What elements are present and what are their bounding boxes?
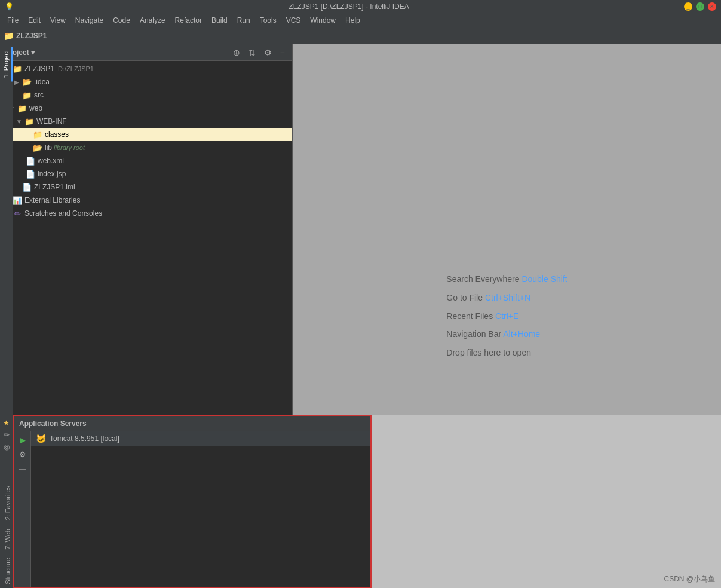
close-button[interactable]: ✕ <box>708 2 716 11</box>
hint-drop: Drop files here to open <box>446 344 567 362</box>
tree-iml-label: ZLZJSP1.iml <box>34 183 75 191</box>
scratches-icon: ✏ <box>12 209 23 218</box>
tree-root[interactable]: ▼ 📁 ZLZJSP1 D:\ZLZJSP1 <box>0 62 292 75</box>
tree-arrow-idea: ▶ <box>12 79 22 85</box>
bottom-tab-structure[interactable]: Structure <box>0 554 13 588</box>
menubar: File Edit View Navigate Code Analyze Ref… <box>0 13 721 27</box>
tree-item-scratches[interactable]: ▶ ✏ Scratches and Consoles <box>0 207 292 220</box>
bottom-right-area <box>372 415 721 588</box>
bottom-tab-pencil[interactable]: ✏ <box>1 430 12 440</box>
app-servers-title: Application Servers <box>19 419 87 428</box>
menu-refactor[interactable]: Refactor <box>170 15 207 26</box>
config-server-button[interactable]: ⚙ <box>17 448 29 460</box>
tree-webxml-label: web.xml <box>38 157 64 165</box>
settings-icon[interactable]: ⚙ <box>262 47 274 59</box>
tree-item-classes[interactable]: 📁 classes <box>0 128 292 141</box>
maximize-button[interactable]: □ <box>696 2 704 11</box>
app-servers-header: Application Servers <box>14 416 370 431</box>
tree-idea-label: .idea <box>34 78 50 86</box>
menu-run[interactable]: Run <box>232 15 255 26</box>
tree-lib-root-label: library root <box>54 144 85 151</box>
app-servers-panel: Application Servers ▶ ⚙ — 🐱 Tomcat 8.5.9… <box>13 415 372 588</box>
tree-indexjsp-label: index.jsp <box>38 170 66 178</box>
tree-classes-label: classes <box>45 130 69 139</box>
bottom-area: ★ ✏ ◎ 2: Favorites 7: Web Structure Appl… <box>0 415 721 588</box>
tree-scratches-label: Scratches and Consoles <box>24 209 102 218</box>
locate-icon[interactable]: ⊕ <box>231 47 243 59</box>
app-servers-toolbar: ▶ ⚙ — <box>14 431 31 587</box>
left-tool-strip: 1: Project <box>0 44 13 415</box>
menu-view[interactable]: View <box>45 15 70 26</box>
window-controls[interactable]: _ □ ✕ <box>684 2 716 11</box>
menu-edit[interactable]: Edit <box>23 15 45 26</box>
bottom-left-tabs: ★ ✏ ◎ 2: Favorites 7: Web Structure <box>0 415 13 588</box>
sort-icon[interactable]: ⇅ <box>246 47 258 59</box>
menu-build[interactable]: Build <box>207 15 232 26</box>
menu-tools[interactable]: Tools <box>255 15 281 26</box>
tree-extlib-label: External Libraries <box>24 196 80 204</box>
bottom-tab-target[interactable]: ◎ <box>1 442 12 452</box>
hint-recent: Recent Files Ctrl+E <box>446 307 567 326</box>
menu-analyze[interactable]: Analyze <box>135 15 170 26</box>
menu-code[interactable]: Code <box>108 15 135 26</box>
tree-item-extlib[interactable]: ▶ 📊 External Libraries <box>0 194 292 207</box>
tree-web-label: web <box>29 104 42 112</box>
menu-window[interactable]: Window <box>305 15 340 26</box>
lib-folder-icon: 📂 <box>32 143 43 152</box>
menu-help[interactable]: Help <box>340 15 365 26</box>
run-server-button[interactable]: ▶ <box>17 434 29 446</box>
minimize-button[interactable]: _ <box>684 2 692 11</box>
tree-item-web[interactable]: ▼ 📁 web <box>0 102 292 115</box>
tree-lib-label: lib <box>45 143 52 152</box>
bottom-tab-favorites-star[interactable]: ★ <box>1 418 12 428</box>
hint-navbar: Navigation Bar Alt+Home <box>446 325 567 344</box>
bottom-tab-favorites[interactable]: 2: Favorites <box>0 482 13 523</box>
tree-item-indexjsp[interactable]: 📄 index.jsp <box>0 167 292 180</box>
project-icon: 📁 <box>4 31 14 41</box>
menu-navigate[interactable]: Navigate <box>70 15 108 26</box>
tree-root-path: D:\ZLZJSP1 <box>58 65 94 72</box>
classes-folder-icon: 📁 <box>32 130 43 139</box>
tree-root-label: ZLZJSP1 <box>24 65 54 73</box>
project-label: ZLZJSP1 <box>16 32 47 40</box>
servers-list: 🐱 Tomcat 8.5.951 [local] <box>31 431 370 587</box>
app-servers-content: ▶ ⚙ — 🐱 Tomcat 8.5.951 [local] <box>14 431 370 587</box>
tree-item-iml[interactable]: 📄 ZLZJSP1.iml <box>0 180 292 194</box>
extlib-icon: 📊 <box>12 196 23 205</box>
hint-search-shortcut: Double Shift <box>521 274 567 284</box>
hint-search-text: Search Everywhere <box>446 274 521 284</box>
menu-file[interactable]: File <box>2 15 23 26</box>
idea-folder-icon: 📂 <box>22 78 32 87</box>
server-item-tomcat[interactable]: 🐱 Tomcat 8.5.951 [local] <box>31 431 370 446</box>
hint-recent-shortcut: Ctrl+E <box>495 311 518 321</box>
menu-vcs[interactable]: VCS <box>281 15 306 26</box>
iml-file-icon: 📄 <box>22 183 32 192</box>
editor-hints: Search Everywhere Double Shift Go to Fil… <box>446 270 567 362</box>
tree-item-idea[interactable]: ▶ 📂 .idea <box>0 75 292 88</box>
collapse-server-button[interactable]: — <box>17 463 29 474</box>
hint-goto-text: Go to File <box>446 293 485 302</box>
tree-item-webxml[interactable]: 📄 web.xml <box>0 154 292 167</box>
tree-arrow-webinf: ▼ <box>14 118 24 125</box>
tree-item-src[interactable]: 📁 src <box>0 88 292 102</box>
indexjsp-file-icon: 📄 <box>25 170 36 179</box>
sidebar-tab-project[interactable]: 1: Project <box>1 47 13 81</box>
web-folder-icon: 📁 <box>17 104 27 113</box>
bottom-tab-web[interactable]: 7: Web <box>0 525 13 553</box>
watermark: CSDN @小鸟鱼 <box>664 574 715 584</box>
hint-recent-text: Recent Files <box>446 311 495 321</box>
tomcat-icon: 🐱 <box>36 434 46 443</box>
tree-webinf-label: WEB-INF <box>36 117 67 125</box>
project-panel-header: Project ▾ ⊕ ⇅ ⚙ − <box>0 44 292 61</box>
webxml-file-icon: 📄 <box>25 157 36 166</box>
tree-src-label: src <box>34 91 44 99</box>
collapse-icon[interactable]: − <box>278 47 287 59</box>
hint-goto-shortcut: Ctrl+Shift+N <box>485 293 530 302</box>
project-name: ZLZJSP1 <box>16 32 47 40</box>
hint-navbar-text: Navigation Bar <box>446 329 503 339</box>
hint-navbar-shortcut: Alt+Home <box>503 329 540 339</box>
watermark-text: CSDN @小鸟鱼 <box>664 575 715 583</box>
tree-item-webinf[interactable]: ▼ 📁 WEB-INF <box>0 115 292 128</box>
project-panel-title: Project ▾ <box>5 48 227 57</box>
tree-item-lib[interactable]: 📂 lib library root <box>0 141 292 154</box>
